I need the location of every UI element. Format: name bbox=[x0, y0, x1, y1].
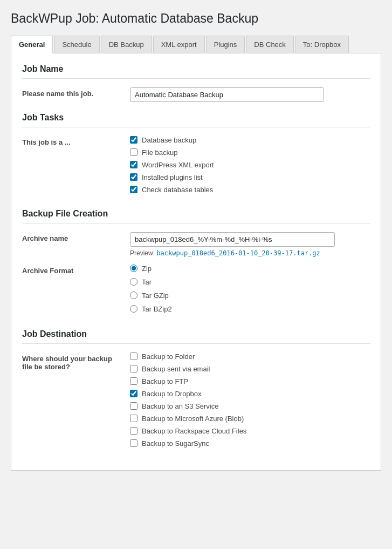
format-tar-bzip2-label: Tar BZip2 bbox=[142, 305, 172, 313]
destination-label-line2: file be stored? bbox=[22, 363, 70, 371]
task-file-backup-label: File backup bbox=[142, 148, 177, 157]
format-tar-row: Tar bbox=[130, 278, 370, 286]
dest-folder-row: Backup to Folder bbox=[130, 353, 370, 361]
dest-s3-checkbox[interactable] bbox=[130, 402, 137, 410]
dest-azure-checkbox[interactable] bbox=[130, 415, 137, 422]
task-plugins-list-checkbox[interactable] bbox=[130, 173, 137, 181]
dest-email-label: Backup sent via email bbox=[142, 365, 210, 373]
dest-sugarsync-checkbox[interactable] bbox=[130, 439, 137, 447]
task-check-tables-row: Check database tables bbox=[130, 186, 370, 194]
backup-file-header: Backup File Creation bbox=[22, 209, 370, 223]
page-wrapper: BackWPup Job: Automatic Database Backup … bbox=[0, 0, 392, 492]
tab-schedule[interactable]: Schedule bbox=[54, 36, 99, 53]
archive-format-label: Archive Format bbox=[22, 265, 130, 275]
dest-rackspace-checkbox[interactable] bbox=[130, 427, 137, 435]
format-tar-gzip-label: Tar GZip bbox=[142, 292, 169, 300]
task-plugins-list-label: Installed plugins list bbox=[142, 173, 203, 181]
archive-format-control: Zip Tar Tar GZip Tar BZip2 bbox=[130, 265, 370, 318]
dest-ftp-row: Backup to FTP bbox=[130, 377, 370, 385]
task-file-backup-row: File backup bbox=[130, 148, 370, 157]
dest-azure-row: Backup to Microsoft Azure (Blob) bbox=[130, 415, 370, 423]
format-tar-gzip-row: Tar GZip bbox=[130, 292, 370, 300]
task-check-tables-checkbox[interactable] bbox=[130, 186, 137, 193]
destination-checkboxes: Backup to Folder Backup sent via email B… bbox=[130, 353, 370, 452]
job-tasks-label: This job is a ... bbox=[22, 136, 130, 146]
format-zip-row: Zip bbox=[130, 265, 370, 273]
archive-preview-row: Preview: backwpup_018ed6_2016-01-10_20-3… bbox=[130, 249, 370, 257]
dest-s3-row: Backup to an S3 Service bbox=[130, 402, 370, 410]
dest-rackspace-row: Backup to Rackspace Cloud Files bbox=[130, 427, 370, 435]
dest-folder-checkbox[interactable] bbox=[130, 353, 137, 360]
task-check-tables-label: Check database tables bbox=[142, 186, 213, 194]
archive-name-label: Archive name bbox=[22, 232, 130, 242]
archive-name-row: Archive name Preview: backwpup_018ed6_20… bbox=[22, 232, 370, 257]
task-file-backup-checkbox[interactable] bbox=[130, 148, 137, 156]
job-tasks-checkboxes: Database backup File backup WordPress XM… bbox=[130, 136, 370, 198]
preview-label: Preview: bbox=[130, 249, 155, 257]
task-database-backup-label: Database backup bbox=[142, 136, 196, 144]
dest-email-row: Backup sent via email bbox=[130, 365, 370, 373]
archive-name-input[interactable] bbox=[130, 232, 335, 247]
job-destination-header: Job Destination bbox=[22, 329, 370, 344]
job-name-label: Please name this job. bbox=[22, 87, 130, 98]
dest-folder-label: Backup to Folder bbox=[142, 353, 195, 361]
tabs-container: General Schedule DB Backup XML export Pl… bbox=[11, 36, 381, 53]
task-database-backup-row: Database backup bbox=[130, 136, 370, 144]
job-name-header: Job Name bbox=[22, 64, 370, 79]
task-plugins-list-row: Installed plugins list bbox=[130, 173, 370, 181]
dest-azure-label: Backup to Microsoft Azure (Blob) bbox=[142, 415, 244, 423]
preview-value: backwpup_018ed6_2016-01-10_20-39-17.tar.… bbox=[156, 249, 320, 257]
format-tar-gzip-radio[interactable] bbox=[130, 292, 137, 299]
task-xml-export-checkbox[interactable] bbox=[130, 161, 137, 168]
job-name-control bbox=[130, 87, 370, 102]
format-tar-bzip2-radio[interactable] bbox=[130, 305, 137, 313]
format-tar-label: Tar bbox=[142, 278, 152, 286]
tab-plugins[interactable]: Plugins bbox=[206, 36, 245, 53]
destination-label-line1: Where should your backup bbox=[22, 355, 112, 363]
format-tar-radio[interactable] bbox=[130, 278, 137, 286]
dest-dropbox-checkbox[interactable] bbox=[130, 390, 137, 397]
job-tasks-row: This job is a ... Database backup File b… bbox=[22, 136, 370, 198]
tab-general[interactable]: General bbox=[11, 36, 53, 53]
tab-to-dropbox[interactable]: To: Dropbox bbox=[295, 36, 349, 53]
content-area: Job Name Please name this job. Job Tasks… bbox=[11, 53, 381, 471]
dest-rackspace-label: Backup to Rackspace Cloud Files bbox=[142, 427, 246, 435]
dest-email-checkbox[interactable] bbox=[130, 365, 137, 372]
format-zip-label: Zip bbox=[142, 265, 152, 273]
job-tasks-header: Job Tasks bbox=[22, 113, 370, 127]
job-name-input[interactable] bbox=[130, 87, 324, 102]
archive-format-row: Archive Format Zip Tar Tar GZip Tar BZip… bbox=[22, 265, 370, 318]
dest-dropbox-label: Backup to Dropbox bbox=[142, 390, 202, 398]
page-title: BackWPup Job: Automatic Database Backup bbox=[11, 11, 381, 27]
dest-s3-label: Backup to an S3 Service bbox=[142, 402, 218, 410]
archive-name-control: Preview: backwpup_018ed6_2016-01-10_20-3… bbox=[130, 232, 370, 257]
dest-dropbox-row: Backup to Dropbox bbox=[130, 390, 370, 398]
tab-db-check[interactable]: DB Check bbox=[246, 36, 294, 53]
job-name-row: Please name this job. bbox=[22, 87, 370, 102]
destination-label: Where should your backup file be stored? bbox=[22, 353, 130, 371]
task-database-backup-checkbox[interactable] bbox=[130, 136, 137, 144]
format-tar-bzip2-row: Tar BZip2 bbox=[130, 305, 370, 313]
tab-db-backup[interactable]: DB Backup bbox=[101, 36, 152, 53]
task-xml-export-row: WordPress XML export bbox=[130, 161, 370, 169]
destination-row: Where should your backup file be stored?… bbox=[22, 353, 370, 452]
format-zip-radio[interactable] bbox=[130, 265, 137, 272]
dest-ftp-label: Backup to FTP bbox=[142, 377, 188, 385]
dest-sugarsync-row: Backup to SugarSync bbox=[130, 439, 370, 448]
dest-ftp-checkbox[interactable] bbox=[130, 377, 137, 385]
dest-sugarsync-label: Backup to SugarSync bbox=[142, 439, 209, 448]
tab-xml-export[interactable]: XML export bbox=[153, 36, 205, 53]
task-xml-export-label: WordPress XML export bbox=[142, 161, 214, 169]
